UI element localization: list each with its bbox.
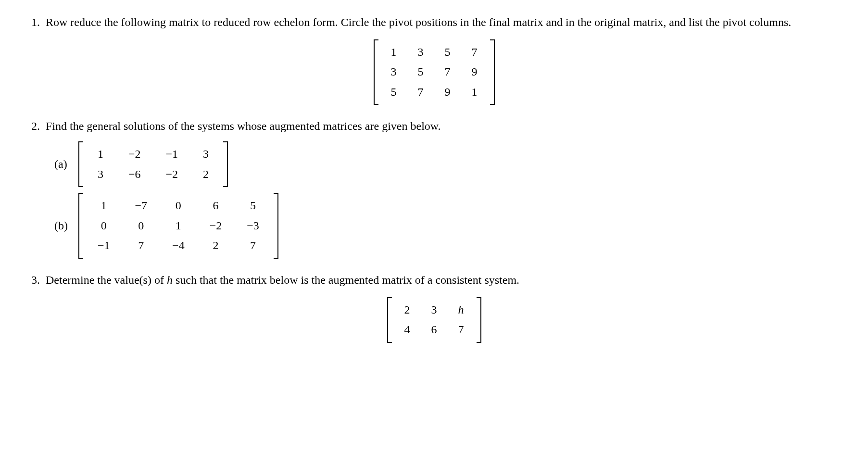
problem-1: 1. Row reduce the following matrix to re… <box>24 14 844 105</box>
matrix-cell: 7 <box>434 62 461 82</box>
matrix-cell: 5 <box>434 42 461 63</box>
matrix-row: 5 7 9 1 <box>380 82 488 102</box>
problem-2-subparts: (a) 1 −2 −1 3 3 −6 −2 2 <box>24 141 844 259</box>
matrix-body: 1 −7 0 6 5 0 0 1 −2 −3 −1 <box>83 193 274 259</box>
bracket-left-icon <box>387 297 392 343</box>
problem-2-header: 2. Find the general solutions of the sys… <box>24 118 844 135</box>
matrix-cell: −3 <box>234 216 272 236</box>
problem-3-number: 3. <box>24 272 46 289</box>
matrix-cell: 0 <box>85 216 123 236</box>
matrix-cell: −2 <box>197 216 235 236</box>
matrix-cell: 1 <box>160 216 197 236</box>
problem-3-text: Determine the value(s) of h such that th… <box>46 272 844 289</box>
matrix-row: 1 3 5 7 <box>380 42 488 63</box>
matrix-row: 3 5 7 9 <box>380 62 488 82</box>
problem-3: 3. Determine the value(s) of h such that… <box>24 272 844 343</box>
subpart-a-label: (a) <box>54 156 78 173</box>
matrix-row: 2 3 h <box>394 300 475 320</box>
matrix-cell: 7 <box>123 236 160 256</box>
matrix-cell: 5 <box>407 62 434 82</box>
problem-3-variable: h <box>167 274 173 286</box>
problem-3-text-pre: Determine the value(s) of <box>46 274 167 286</box>
matrix-cell: 6 <box>197 196 235 216</box>
problem-1-number: 1. <box>24 14 46 31</box>
matrix-cell: 3 <box>380 62 407 82</box>
matrix-cell: h <box>448 300 475 320</box>
matrix-cell: 3 <box>85 164 116 185</box>
subpart-b: (b) 1 −7 0 6 5 0 0 1 −2 <box>33 193 844 259</box>
matrix-row: 1 −2 −1 3 <box>85 144 221 164</box>
matrix-cell: 5 <box>380 82 407 102</box>
problem-2: 2. Find the general solutions of the sys… <box>24 118 844 259</box>
matrix-body: 1 3 5 7 3 5 7 9 5 7 9 1 <box>378 39 490 105</box>
matrix-body: 1 −2 −1 3 3 −6 −2 2 <box>83 141 223 187</box>
matrix-cell: 2 <box>394 300 421 320</box>
matrix-cell: 9 <box>434 82 461 102</box>
matrix-cell: 2 <box>190 164 221 185</box>
matrix-cell: 5 <box>234 196 272 216</box>
bracket-right-icon <box>477 297 481 343</box>
bracket-right-icon <box>223 141 228 187</box>
problem-2-number: 2. <box>24 118 46 135</box>
subpart-a-matrix: 1 −2 −1 3 3 −6 −2 2 <box>78 141 228 187</box>
problem-3-header: 3. Determine the value(s) of h such that… <box>24 272 844 289</box>
matrix-cell: 7 <box>234 236 272 256</box>
problem-1-header: 1. Row reduce the following matrix to re… <box>24 14 844 31</box>
matrix-cell: −6 <box>116 164 153 185</box>
matrix-cell: −1 <box>153 144 191 164</box>
problem-3-matrix: 2 3 h 4 6 7 <box>387 297 481 343</box>
problem-2-text: Find the general solutions of the system… <box>46 118 844 135</box>
subpart-b-matrix: 1 −7 0 6 5 0 0 1 −2 −3 −1 <box>78 193 278 259</box>
matrix-cell: −1 <box>85 236 123 256</box>
matrix-cell: 7 <box>407 82 434 102</box>
matrix-row: 4 6 7 <box>394 320 475 340</box>
problem-1-text: Row reduce the following matrix to reduc… <box>46 14 844 31</box>
subpart-b-label: (b) <box>54 218 78 234</box>
matrix-cell: −2 <box>153 164 191 185</box>
matrix-cell: 3 <box>421 300 448 320</box>
matrix-cell: 0 <box>123 216 160 236</box>
matrix-cell: −2 <box>116 144 153 164</box>
problem-3-text-post: such that the matrix below is the augmen… <box>173 274 519 286</box>
matrix-cell: 3 <box>407 42 434 63</box>
subpart-a: (a) 1 −2 −1 3 3 −6 −2 2 <box>33 141 844 187</box>
problem-1-matrix: 1 3 5 7 3 5 7 9 5 7 9 1 <box>374 39 495 105</box>
matrix-cell: 1 <box>85 144 116 164</box>
problem-3-matrix-container: 2 3 h 4 6 7 <box>24 297 844 343</box>
matrix-cell: 1 <box>380 42 407 63</box>
bracket-right-icon <box>274 193 278 259</box>
matrix-cell: 1 <box>461 82 488 102</box>
matrix-row: 1 −7 0 6 5 <box>85 196 272 216</box>
matrix-cell: 0 <box>160 196 197 216</box>
matrix-cell: 9 <box>461 62 488 82</box>
matrix-body: 2 3 h 4 6 7 <box>392 297 477 343</box>
matrix-row: 0 0 1 −2 −3 <box>85 216 272 236</box>
matrix-cell: 7 <box>461 42 488 63</box>
matrix-row: 3 −6 −2 2 <box>85 164 221 185</box>
matrix-cell: −4 <box>160 236 197 256</box>
matrix-cell: 2 <box>197 236 235 256</box>
bracket-left-icon <box>78 141 83 187</box>
problem-1-matrix-container: 1 3 5 7 3 5 7 9 5 7 9 1 <box>24 39 844 105</box>
matrix-cell: 3 <box>190 144 221 164</box>
matrix-cell: 6 <box>421 320 448 340</box>
bracket-right-icon <box>490 39 495 105</box>
matrix-cell: 1 <box>85 196 123 216</box>
matrix-row: −1 7 −4 2 7 <box>85 236 272 256</box>
matrix-cell: −7 <box>123 196 160 216</box>
matrix-cell: 4 <box>394 320 421 340</box>
bracket-left-icon <box>78 193 83 259</box>
matrix-cell: 7 <box>448 320 475 340</box>
bracket-left-icon <box>374 39 378 105</box>
